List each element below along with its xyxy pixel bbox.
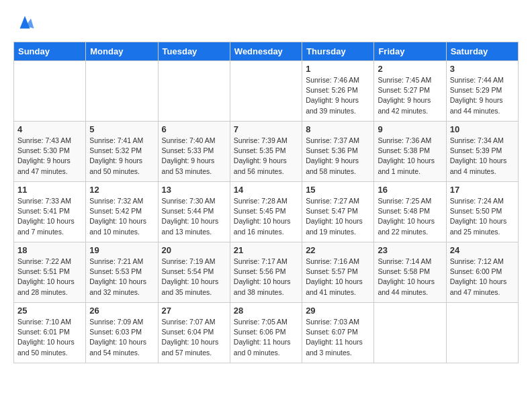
day-info: Sunrise: 7:10 AM Sunset: 6:01 PM Dayligh…: [17, 317, 82, 358]
calendar-cell: [374, 303, 446, 363]
calendar-cell: 5Sunrise: 7:41 AM Sunset: 5:32 PM Daylig…: [86, 122, 158, 182]
day-info: Sunrise: 7:14 AM Sunset: 5:58 PM Dayligh…: [378, 257, 442, 298]
week-row-4: 18Sunrise: 7:22 AM Sunset: 5:51 PM Dayli…: [14, 242, 519, 303]
calendar-cell: [158, 61, 230, 122]
day-number: 12: [89, 185, 154, 195]
day-info: Sunrise: 7:40 AM Sunset: 5:33 PM Dayligh…: [162, 136, 226, 177]
day-info: Sunrise: 7:37 AM Sunset: 5:36 PM Dayligh…: [306, 136, 370, 177]
day-number: 24: [450, 245, 515, 255]
week-row-3: 11Sunrise: 7:33 AM Sunset: 5:41 PM Dayli…: [14, 182, 519, 242]
calendar-cell: 6Sunrise: 7:40 AM Sunset: 5:33 PM Daylig…: [158, 122, 230, 182]
day-info: Sunrise: 7:30 AM Sunset: 5:44 PM Dayligh…: [162, 196, 226, 237]
day-info: Sunrise: 7:22 AM Sunset: 5:51 PM Dayligh…: [17, 257, 82, 298]
day-info: Sunrise: 7:25 AM Sunset: 5:48 PM Dayligh…: [378, 196, 442, 237]
day-number: 26: [89, 306, 154, 316]
day-number: 7: [234, 124, 298, 134]
day-info: Sunrise: 7:34 AM Sunset: 5:39 PM Dayligh…: [450, 136, 515, 177]
calendar-cell: 2Sunrise: 7:45 AM Sunset: 5:27 PM Daylig…: [374, 61, 446, 122]
day-info: Sunrise: 7:24 AM Sunset: 5:50 PM Dayligh…: [450, 196, 515, 237]
day-number: 23: [378, 245, 442, 255]
day-info: Sunrise: 7:44 AM Sunset: 5:29 PM Dayligh…: [450, 75, 515, 116]
day-number: 29: [306, 306, 370, 316]
calendar-cell: 27Sunrise: 7:07 AM Sunset: 6:04 PM Dayli…: [158, 303, 230, 363]
calendar-cell: 17Sunrise: 7:24 AM Sunset: 5:50 PM Dayli…: [446, 182, 518, 242]
calendar-cell: [86, 61, 158, 122]
day-header-saturday: Saturday: [446, 42, 518, 61]
day-info: Sunrise: 7:27 AM Sunset: 5:47 PM Dayligh…: [306, 196, 370, 237]
calendar-cell: 15Sunrise: 7:27 AM Sunset: 5:47 PM Dayli…: [302, 182, 374, 242]
day-info: Sunrise: 7:19 AM Sunset: 5:54 PM Dayligh…: [162, 257, 226, 298]
calendar-cell: 13Sunrise: 7:30 AM Sunset: 5:44 PM Dayli…: [158, 182, 230, 242]
day-header-tuesday: Tuesday: [158, 42, 230, 61]
day-number: 1: [306, 64, 370, 74]
day-number: 9: [378, 124, 442, 134]
logo-icon: [15, 13, 35, 34]
day-info: Sunrise: 7:32 AM Sunset: 5:42 PM Dayligh…: [89, 196, 154, 237]
day-header-monday: Monday: [86, 42, 158, 61]
day-number: 10: [450, 124, 515, 134]
day-header-friday: Friday: [374, 42, 446, 61]
day-header-sunday: Sunday: [14, 42, 86, 61]
day-info: Sunrise: 7:12 AM Sunset: 6:00 PM Dayligh…: [450, 257, 515, 298]
logo: [13, 13, 35, 36]
day-number: 14: [234, 185, 298, 195]
day-number: 25: [17, 306, 82, 316]
calendar-cell: [230, 61, 302, 122]
day-number: 15: [306, 185, 370, 195]
day-number: 8: [306, 124, 370, 134]
calendar-cell: 18Sunrise: 7:22 AM Sunset: 5:51 PM Dayli…: [14, 242, 86, 303]
calendar-cell: 20Sunrise: 7:19 AM Sunset: 5:54 PM Dayli…: [158, 242, 230, 303]
day-info: Sunrise: 7:21 AM Sunset: 5:53 PM Dayligh…: [89, 257, 154, 298]
day-info: Sunrise: 7:17 AM Sunset: 5:56 PM Dayligh…: [234, 257, 298, 298]
day-info: Sunrise: 7:16 AM Sunset: 5:57 PM Dayligh…: [306, 257, 370, 298]
calendar-cell: [446, 303, 518, 363]
calendar-cell: 29Sunrise: 7:03 AM Sunset: 6:07 PM Dayli…: [302, 303, 374, 363]
day-info: Sunrise: 7:05 AM Sunset: 6:06 PM Dayligh…: [234, 317, 298, 358]
day-number: 28: [234, 306, 298, 316]
day-info: Sunrise: 7:36 AM Sunset: 5:38 PM Dayligh…: [378, 136, 442, 177]
day-number: 18: [17, 245, 82, 255]
day-info: Sunrise: 7:43 AM Sunset: 5:30 PM Dayligh…: [17, 136, 82, 177]
calendar-cell: 25Sunrise: 7:10 AM Sunset: 6:01 PM Dayli…: [14, 303, 86, 363]
day-number: 2: [378, 64, 442, 74]
calendar-cell: 9Sunrise: 7:36 AM Sunset: 5:38 PM Daylig…: [374, 122, 446, 182]
calendar-cell: 19Sunrise: 7:21 AM Sunset: 5:53 PM Dayli…: [86, 242, 158, 303]
day-number: 19: [89, 245, 154, 255]
week-row-2: 4Sunrise: 7:43 AM Sunset: 5:30 PM Daylig…: [14, 122, 519, 182]
page-header: [13, 11, 519, 36]
calendar-cell: 23Sunrise: 7:14 AM Sunset: 5:58 PM Dayli…: [374, 242, 446, 303]
calendar-cell: 10Sunrise: 7:34 AM Sunset: 5:39 PM Dayli…: [446, 122, 518, 182]
day-info: Sunrise: 7:33 AM Sunset: 5:41 PM Dayligh…: [17, 196, 82, 237]
calendar-cell: 24Sunrise: 7:12 AM Sunset: 6:00 PM Dayli…: [446, 242, 518, 303]
day-number: 13: [162, 185, 226, 195]
day-info: Sunrise: 7:46 AM Sunset: 5:26 PM Dayligh…: [306, 75, 370, 116]
calendar-table: SundayMondayTuesdayWednesdayThursdayFrid…: [13, 42, 519, 363]
calendar-cell: 21Sunrise: 7:17 AM Sunset: 5:56 PM Dayli…: [230, 242, 302, 303]
day-number: 3: [450, 64, 515, 74]
day-info: Sunrise: 7:28 AM Sunset: 5:45 PM Dayligh…: [234, 196, 298, 237]
calendar-cell: 28Sunrise: 7:05 AM Sunset: 6:06 PM Dayli…: [230, 303, 302, 363]
day-number: 17: [450, 185, 515, 195]
calendar-cell: 11Sunrise: 7:33 AM Sunset: 5:41 PM Dayli…: [14, 182, 86, 242]
day-info: Sunrise: 7:03 AM Sunset: 6:07 PM Dayligh…: [306, 317, 370, 358]
calendar-cell: 3Sunrise: 7:44 AM Sunset: 5:29 PM Daylig…: [446, 61, 518, 122]
day-info: Sunrise: 7:09 AM Sunset: 6:03 PM Dayligh…: [89, 317, 154, 358]
calendar-cell: 14Sunrise: 7:28 AM Sunset: 5:45 PM Dayli…: [230, 182, 302, 242]
calendar-cell: [14, 61, 86, 122]
week-row-5: 25Sunrise: 7:10 AM Sunset: 6:01 PM Dayli…: [14, 303, 519, 363]
day-number: 21: [234, 245, 298, 255]
day-number: 4: [17, 124, 82, 134]
day-header-thursday: Thursday: [302, 42, 374, 61]
day-number: 11: [17, 185, 82, 195]
calendar-cell: 4Sunrise: 7:43 AM Sunset: 5:30 PM Daylig…: [14, 122, 86, 182]
day-info: Sunrise: 7:07 AM Sunset: 6:04 PM Dayligh…: [162, 317, 226, 358]
day-number: 16: [378, 185, 442, 195]
day-number: 27: [162, 306, 226, 316]
day-number: 5: [89, 124, 154, 134]
week-row-1: 1Sunrise: 7:46 AM Sunset: 5:26 PM Daylig…: [14, 61, 519, 122]
calendar-cell: 12Sunrise: 7:32 AM Sunset: 5:42 PM Dayli…: [86, 182, 158, 242]
calendar-cell: 16Sunrise: 7:25 AM Sunset: 5:48 PM Dayli…: [374, 182, 446, 242]
calendar-cell: 22Sunrise: 7:16 AM Sunset: 5:57 PM Dayli…: [302, 242, 374, 303]
calendar-cell: 1Sunrise: 7:46 AM Sunset: 5:26 PM Daylig…: [302, 61, 374, 122]
calendar-cell: 7Sunrise: 7:39 AM Sunset: 5:35 PM Daylig…: [230, 122, 302, 182]
